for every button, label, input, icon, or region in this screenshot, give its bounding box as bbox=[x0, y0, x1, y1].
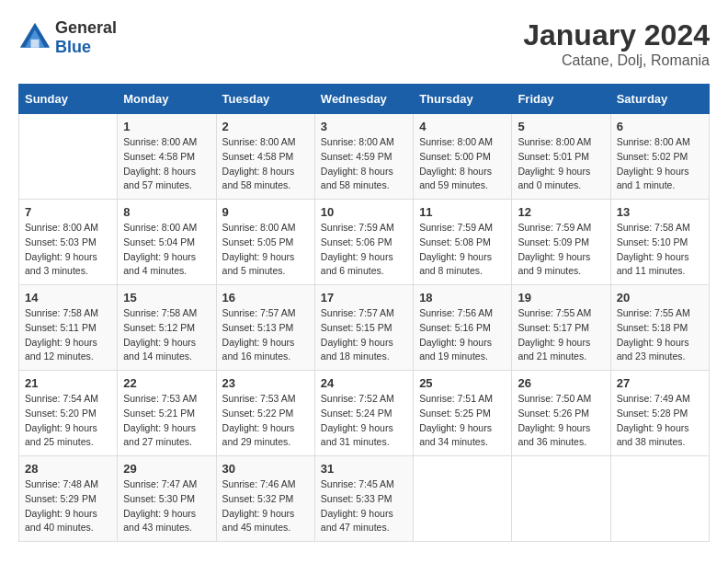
day-info: Sunrise: 7:59 AM Sunset: 5:08 PM Dayligh… bbox=[419, 221, 506, 279]
day-number: 15 bbox=[123, 291, 210, 304]
day-number: 14 bbox=[25, 291, 111, 304]
week-row-5: 28Sunrise: 7:48 AM Sunset: 5:29 PM Dayli… bbox=[19, 456, 710, 542]
day-cell: 29Sunrise: 7:47 AM Sunset: 5:30 PM Dayli… bbox=[118, 456, 216, 542]
header-cell-saturday: Saturday bbox=[610, 85, 709, 114]
day-info: Sunrise: 7:58 AM Sunset: 5:10 PM Dayligh… bbox=[617, 221, 703, 279]
day-number: 26 bbox=[518, 376, 604, 390]
day-cell: 10Sunrise: 7:59 AM Sunset: 5:06 PM Dayli… bbox=[314, 200, 413, 285]
day-cell: 28Sunrise: 7:48 AM Sunset: 5:29 PM Dayli… bbox=[19, 456, 118, 542]
day-info: Sunrise: 7:45 AM Sunset: 5:33 PM Dayligh… bbox=[321, 477, 407, 535]
calendar-body: 1Sunrise: 8:00 AM Sunset: 4:58 PM Daylig… bbox=[19, 114, 710, 542]
day-info: Sunrise: 7:57 AM Sunset: 5:13 PM Dayligh… bbox=[222, 306, 309, 364]
calendar-title: January 2024 bbox=[523, 18, 710, 52]
day-info: Sunrise: 8:00 AM Sunset: 5:04 PM Dayligh… bbox=[123, 221, 210, 279]
day-info: Sunrise: 8:00 AM Sunset: 5:05 PM Dayligh… bbox=[222, 221, 309, 279]
day-cell: 21Sunrise: 7:54 AM Sunset: 5:20 PM Dayli… bbox=[19, 371, 118, 456]
day-cell: 24Sunrise: 7:52 AM Sunset: 5:24 PM Dayli… bbox=[314, 371, 413, 456]
day-cell: 30Sunrise: 7:46 AM Sunset: 5:32 PM Dayli… bbox=[216, 456, 314, 542]
day-cell: 9Sunrise: 8:00 AM Sunset: 5:05 PM Daylig… bbox=[216, 200, 314, 285]
day-cell: 14Sunrise: 7:58 AM Sunset: 5:11 PM Dayli… bbox=[19, 285, 118, 371]
day-number: 30 bbox=[222, 462, 309, 476]
header-cell-sunday: Sunday bbox=[19, 85, 118, 114]
day-number: 16 bbox=[222, 291, 309, 304]
day-cell: 17Sunrise: 7:57 AM Sunset: 5:15 PM Dayli… bbox=[314, 285, 413, 371]
week-row-4: 21Sunrise: 7:54 AM Sunset: 5:20 PM Dayli… bbox=[19, 371, 710, 456]
day-number: 7 bbox=[25, 205, 111, 219]
logo-blue-text: Blue bbox=[55, 38, 117, 57]
day-info: Sunrise: 8:00 AM Sunset: 5:00 PM Dayligh… bbox=[419, 135, 506, 193]
day-info: Sunrise: 7:54 AM Sunset: 5:20 PM Dayligh… bbox=[25, 392, 111, 450]
day-number: 25 bbox=[419, 376, 506, 390]
day-cell: 3Sunrise: 8:00 AM Sunset: 4:59 PM Daylig… bbox=[314, 114, 413, 200]
day-cell: 22Sunrise: 7:53 AM Sunset: 5:21 PM Dayli… bbox=[118, 371, 216, 456]
day-cell: 15Sunrise: 7:58 AM Sunset: 5:12 PM Dayli… bbox=[118, 285, 216, 371]
day-cell: 16Sunrise: 7:57 AM Sunset: 5:13 PM Dayli… bbox=[216, 285, 314, 371]
svg-rect-2 bbox=[31, 40, 40, 48]
header-cell-tuesday: Tuesday bbox=[216, 85, 314, 114]
day-cell: 1Sunrise: 8:00 AM Sunset: 4:58 PM Daylig… bbox=[118, 114, 216, 200]
day-number: 31 bbox=[321, 462, 407, 476]
day-number: 24 bbox=[321, 376, 407, 390]
header-cell-thursday: Thursday bbox=[414, 85, 512, 114]
title-block: January 2024 Catane, Dolj, Romania bbox=[523, 18, 710, 69]
day-cell bbox=[512, 456, 610, 542]
day-cell bbox=[19, 114, 118, 200]
day-info: Sunrise: 8:00 AM Sunset: 5:02 PM Dayligh… bbox=[617, 135, 703, 193]
day-info: Sunrise: 7:46 AM Sunset: 5:32 PM Dayligh… bbox=[222, 477, 309, 535]
calendar-subtitle: Catane, Dolj, Romania bbox=[523, 52, 710, 69]
day-number: 11 bbox=[419, 205, 506, 219]
day-number: 4 bbox=[419, 120, 506, 133]
day-info: Sunrise: 8:00 AM Sunset: 5:01 PM Dayligh… bbox=[518, 135, 604, 193]
day-number: 3 bbox=[321, 120, 407, 133]
day-number: 5 bbox=[518, 120, 604, 133]
day-cell: 20Sunrise: 7:55 AM Sunset: 5:18 PM Dayli… bbox=[610, 285, 709, 371]
logo-icon bbox=[18, 21, 51, 54]
day-cell: 4Sunrise: 8:00 AM Sunset: 5:00 PM Daylig… bbox=[414, 114, 512, 200]
calendar-header: SundayMondayTuesdayWednesdayThursdayFrid… bbox=[19, 85, 710, 114]
day-info: Sunrise: 7:52 AM Sunset: 5:24 PM Dayligh… bbox=[321, 392, 407, 450]
day-number: 10 bbox=[321, 205, 407, 219]
page-header: General Blue January 2024 Catane, Dolj, … bbox=[18, 18, 710, 69]
day-cell: 8Sunrise: 8:00 AM Sunset: 5:04 PM Daylig… bbox=[118, 200, 216, 285]
logo-general-text: General bbox=[55, 18, 117, 38]
day-cell: 25Sunrise: 7:51 AM Sunset: 5:25 PM Dayli… bbox=[414, 371, 512, 456]
week-row-3: 14Sunrise: 7:58 AM Sunset: 5:11 PM Dayli… bbox=[19, 285, 710, 371]
day-number: 13 bbox=[617, 205, 703, 219]
day-cell: 23Sunrise: 7:53 AM Sunset: 5:22 PM Dayli… bbox=[216, 371, 314, 456]
day-info: Sunrise: 7:50 AM Sunset: 5:26 PM Dayligh… bbox=[518, 392, 604, 450]
day-info: Sunrise: 7:53 AM Sunset: 5:21 PM Dayligh… bbox=[123, 392, 210, 450]
day-cell: 12Sunrise: 7:59 AM Sunset: 5:09 PM Dayli… bbox=[512, 200, 610, 285]
day-info: Sunrise: 7:58 AM Sunset: 5:11 PM Dayligh… bbox=[25, 306, 111, 364]
week-row-2: 7Sunrise: 8:00 AM Sunset: 5:03 PM Daylig… bbox=[19, 200, 710, 285]
day-number: 2 bbox=[222, 120, 309, 133]
day-info: Sunrise: 8:00 AM Sunset: 5:03 PM Dayligh… bbox=[25, 221, 111, 279]
day-info: Sunrise: 7:49 AM Sunset: 5:28 PM Dayligh… bbox=[617, 392, 703, 450]
day-info: Sunrise: 7:59 AM Sunset: 5:09 PM Dayligh… bbox=[518, 221, 604, 279]
calendar-table: SundayMondayTuesdayWednesdayThursdayFrid… bbox=[18, 84, 710, 542]
day-number: 20 bbox=[617, 291, 703, 304]
day-number: 17 bbox=[321, 291, 407, 304]
day-cell: 27Sunrise: 7:49 AM Sunset: 5:28 PM Dayli… bbox=[610, 371, 709, 456]
day-info: Sunrise: 7:59 AM Sunset: 5:06 PM Dayligh… bbox=[321, 221, 407, 279]
day-info: Sunrise: 7:51 AM Sunset: 5:25 PM Dayligh… bbox=[419, 392, 506, 450]
day-number: 19 bbox=[518, 291, 604, 304]
day-cell: 11Sunrise: 7:59 AM Sunset: 5:08 PM Dayli… bbox=[414, 200, 512, 285]
day-number: 8 bbox=[123, 205, 210, 219]
day-info: Sunrise: 7:56 AM Sunset: 5:16 PM Dayligh… bbox=[419, 306, 506, 364]
header-cell-wednesday: Wednesday bbox=[314, 85, 413, 114]
day-number: 28 bbox=[25, 462, 111, 476]
day-info: Sunrise: 7:47 AM Sunset: 5:30 PM Dayligh… bbox=[123, 477, 210, 535]
day-number: 1 bbox=[123, 120, 210, 133]
day-info: Sunrise: 7:55 AM Sunset: 5:17 PM Dayligh… bbox=[518, 306, 604, 364]
day-cell: 5Sunrise: 8:00 AM Sunset: 5:01 PM Daylig… bbox=[512, 114, 610, 200]
day-info: Sunrise: 7:58 AM Sunset: 5:12 PM Dayligh… bbox=[123, 306, 210, 364]
day-info: Sunrise: 7:48 AM Sunset: 5:29 PM Dayligh… bbox=[25, 477, 111, 535]
day-cell bbox=[610, 456, 709, 542]
header-row: SundayMondayTuesdayWednesdayThursdayFrid… bbox=[19, 85, 710, 114]
logo: General Blue bbox=[18, 18, 117, 57]
day-number: 21 bbox=[25, 376, 111, 390]
day-cell: 6Sunrise: 8:00 AM Sunset: 5:02 PM Daylig… bbox=[610, 114, 709, 200]
day-cell bbox=[414, 456, 512, 542]
day-info: Sunrise: 7:57 AM Sunset: 5:15 PM Dayligh… bbox=[321, 306, 407, 364]
day-number: 29 bbox=[123, 462, 210, 476]
